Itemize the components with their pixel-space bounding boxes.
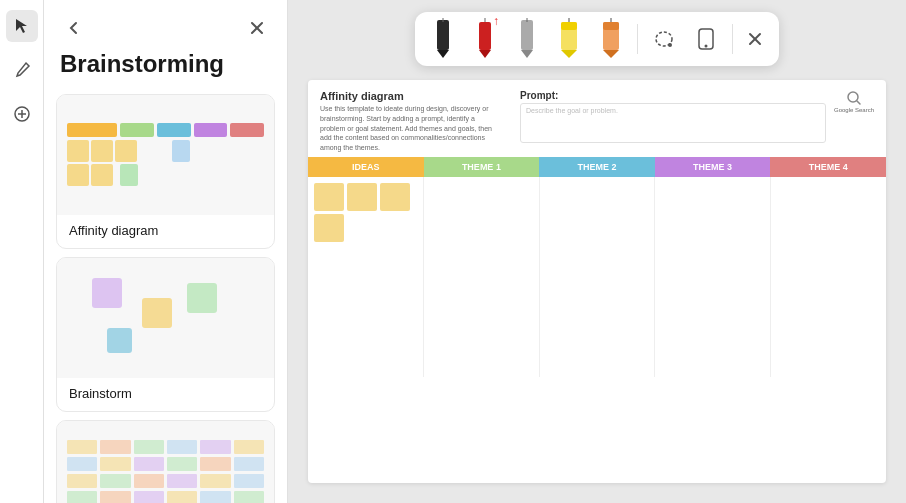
sticky-note: [314, 183, 344, 211]
device-tool[interactable]: [688, 18, 724, 60]
brainstorm-label: Brainstorm: [57, 378, 274, 411]
col-theme2: [540, 177, 656, 377]
affinity-table: IDEAS THEME 1 THEME 2 THEME 3 THEME 4: [308, 157, 886, 377]
template-item-affinity[interactable]: Affinity diagram: [56, 94, 275, 249]
lasso-tool[interactable]: [646, 18, 682, 60]
col-theme4: [771, 177, 886, 377]
svg-marker-12: [521, 50, 533, 58]
canvas-template-view: Affinity diagram Use this template to id…: [308, 80, 886, 483]
col-theme1: [424, 177, 540, 377]
svg-marker-16: [561, 50, 577, 58]
template-item-brainstorm[interactable]: Brainstorm: [56, 257, 275, 412]
drawing-toolbar: ↑: [415, 12, 779, 66]
col-header-theme1: THEME 1: [424, 157, 540, 177]
table-header: IDEAS THEME 1 THEME 2 THEME 3 THEME 4: [308, 157, 886, 177]
highlighter-yellow-tool[interactable]: [551, 18, 587, 60]
search-icon[interactable]: [846, 90, 862, 106]
svg-rect-11: [521, 20, 533, 50]
col-header-theme2: THEME 2: [539, 157, 655, 177]
svg-marker-9: [479, 50, 491, 58]
pen-red-tool[interactable]: ↑: [467, 18, 503, 60]
toolbar-divider-2: [732, 24, 733, 54]
col-header-theme3: THEME 3: [655, 157, 771, 177]
svg-point-25: [705, 45, 708, 48]
toolbar-close-button[interactable]: [741, 25, 769, 53]
sticky-note: [314, 214, 344, 242]
cursor-tool[interactable]: [6, 10, 38, 42]
highlighter-orange-tool[interactable]: [593, 18, 629, 60]
brainstorm-thumbnail: [57, 258, 274, 378]
panel-header: [44, 0, 287, 50]
svg-line-29: [857, 101, 860, 104]
svg-marker-20: [603, 50, 619, 58]
close-panel-button[interactable]: [243, 14, 271, 42]
svg-rect-8: [479, 22, 491, 50]
template-description-area: Affinity diagram Use this template to id…: [320, 90, 500, 153]
panel-title: Brainstorming: [44, 50, 287, 94]
table-body: [308, 177, 886, 377]
pen-black-tool[interactable]: [425, 18, 461, 60]
main-canvas: ↑: [288, 0, 906, 503]
template-description: Use this template to ideate during desig…: [320, 104, 500, 153]
search-label: Google Search: [834, 107, 874, 114]
template-list: Affinity diagram Brainstorm: [44, 94, 287, 503]
prompt-input[interactable]: Describe the goal or problem.: [520, 103, 826, 143]
back-button[interactable]: [60, 14, 88, 42]
svg-point-23: [668, 43, 672, 47]
col-header-ideas: IDEAS: [308, 157, 424, 177]
template-item-grid[interactable]: Grid template: [56, 420, 275, 503]
svg-rect-19: [603, 22, 619, 30]
svg-rect-5: [437, 20, 449, 50]
svg-marker-6: [437, 50, 449, 58]
affinity-thumbnail: [57, 95, 274, 215]
sidebar: [0, 0, 44, 503]
template-name: Affinity diagram: [320, 90, 500, 102]
grid-thumbnail: [57, 421, 274, 503]
svg-rect-15: [561, 22, 577, 30]
prompt-label: Prompt:: [520, 90, 826, 101]
canvas-header-area: Affinity diagram Use this template to id…: [308, 80, 886, 157]
sticky-note: [347, 183, 377, 211]
prompt-area: Prompt: Describe the goal or problem. Go…: [520, 90, 874, 153]
toolbar-divider: [637, 24, 638, 54]
affinity-label: Affinity diagram: [57, 215, 274, 248]
sticky-note: [380, 183, 410, 211]
pen-tool[interactable]: [6, 54, 38, 86]
col-ideas: [308, 177, 424, 377]
pen-gray-tool[interactable]: [509, 18, 545, 60]
col-header-theme4: THEME 4: [770, 157, 886, 177]
search-area: Google Search: [834, 90, 874, 114]
add-tool[interactable]: [6, 98, 38, 130]
template-panel: Brainstorming: [44, 0, 288, 503]
col-theme3: [655, 177, 771, 377]
